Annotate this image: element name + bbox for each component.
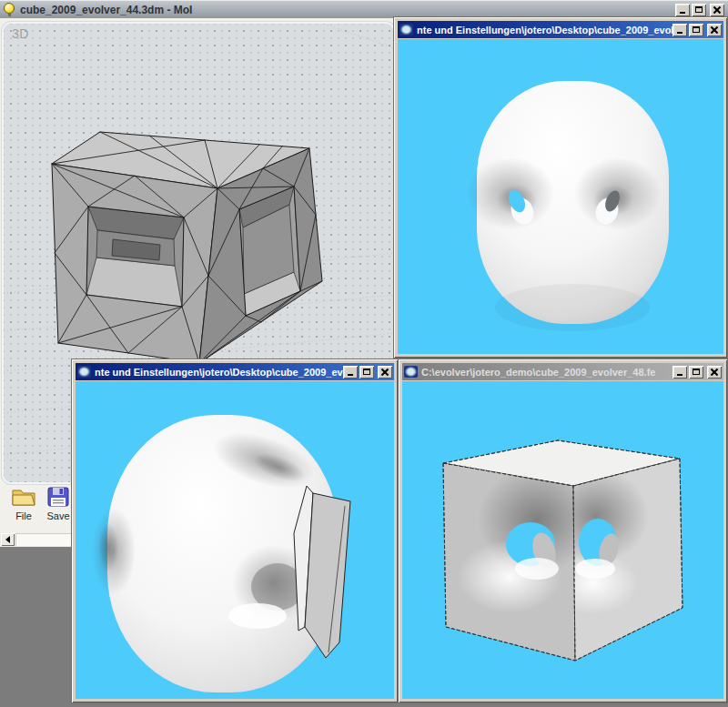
gl-window-bottom-left: nte und Einstellungen\jotero\Desktop\cub…	[71, 359, 399, 703]
close-icon	[713, 6, 721, 14]
gl-window-top-right: nte und Einstellungen\jotero\Desktop\cub…	[393, 16, 728, 359]
maximize-button[interactable]	[359, 366, 374, 379]
minimize-icon	[348, 374, 353, 376]
maximize-button[interactable]	[689, 366, 703, 379]
maximize-icon	[693, 369, 700, 375]
close-button[interactable]	[378, 366, 392, 379]
minimize-icon	[680, 12, 685, 14]
minimize-icon	[677, 374, 682, 376]
gl-window-title: nte und Einstellungen\jotero\Desktop\cub…	[417, 25, 672, 35]
moi-caption-buttons	[675, 4, 724, 16]
cube-with-tunnel-holes	[402, 381, 723, 699]
gl-titlebar[interactable]: nte und Einstellungen\jotero\Desktop\cub…	[398, 21, 723, 38]
scroll-left-arrow-icon	[5, 536, 10, 543]
gl-render-area[interactable]	[76, 381, 394, 699]
close-button[interactable]	[707, 24, 722, 36]
close-icon	[711, 26, 718, 34]
gl-titlebar[interactable]: nte und Einstellungen\jotero\Desktop\cub…	[76, 363, 394, 380]
caption-buttons	[672, 24, 722, 36]
evolved-blob-shape	[398, 39, 723, 354]
scroll-left-button[interactable]	[1, 533, 15, 546]
save-button[interactable]: Save	[42, 486, 75, 531]
minimize-button[interactable]	[672, 366, 687, 379]
close-icon	[711, 369, 718, 376]
folder-icon	[11, 486, 36, 508]
maximize-icon	[363, 369, 370, 375]
close-button[interactable]	[707, 366, 722, 379]
gl-render-area[interactable]	[402, 381, 723, 699]
gl-window-title: nte und Einstellungen\jotero\Desktop\cub…	[95, 367, 343, 378]
file-button[interactable]: File	[7, 486, 40, 531]
close-button[interactable]	[710, 4, 724, 16]
gl-window-bottom-right: C:\evolver\jotero_demo\cube_2009_evolver…	[398, 359, 728, 703]
moi-titlebar[interactable]: cube_2009_evolver_44.3dm - MoI	[0, 0, 728, 18]
maximize-icon	[693, 26, 700, 33]
minimize-icon	[677, 32, 682, 34]
viewport-mode-label: 3D	[12, 26, 29, 41]
file-button-label: File	[15, 510, 32, 521]
floppy-disk-icon	[46, 486, 70, 508]
minimize-button[interactable]	[672, 24, 687, 36]
caption-buttons	[343, 366, 392, 379]
maximize-button[interactable]	[689, 24, 703, 36]
opengl-app-icon	[399, 24, 413, 35]
maximize-icon	[695, 6, 703, 13]
moi-window-title: cube_2009_evolver_44.3dm - MoI	[20, 4, 675, 16]
gl-render-area[interactable]	[398, 39, 723, 354]
close-icon	[381, 369, 389, 376]
minimize-button[interactable]	[343, 366, 358, 379]
gl-window-title: C:\evolver\jotero_demo\cube_2009_evolver…	[421, 367, 672, 378]
caption-buttons	[672, 366, 722, 379]
moi-logo-icon	[4, 3, 15, 16]
maximize-button[interactable]	[692, 4, 706, 16]
gl-titlebar[interactable]: C:\evolver\jotero_demo\cube_2009_evolver…	[402, 363, 723, 380]
opengl-app-icon	[404, 366, 418, 378]
evolving-blob-with-facet	[76, 381, 394, 699]
opengl-app-icon	[77, 366, 91, 378]
save-button-label: Save	[46, 510, 69, 521]
minimize-button[interactable]	[675, 4, 690, 16]
